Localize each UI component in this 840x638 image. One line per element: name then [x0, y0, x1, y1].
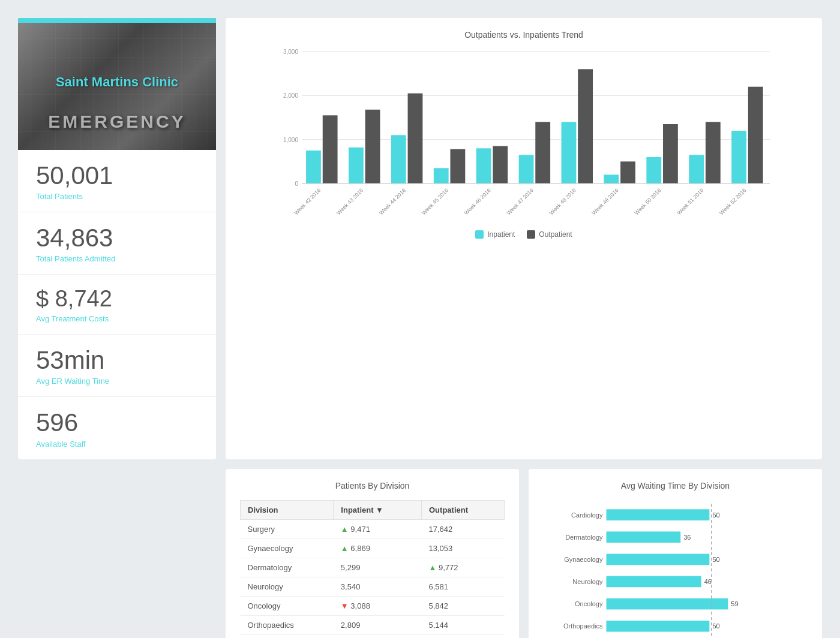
- arrow-down-icon: ▼: [341, 601, 349, 610]
- table-row: Cardiology 2,046 ➜ 3,868: [241, 634, 505, 638]
- svg-text:1,000: 1,000: [283, 137, 298, 143]
- table-header-row: Division Inpatient ▼ Outpatient: [241, 500, 505, 519]
- cell-outpatient: 5,842: [422, 596, 505, 615]
- legend-inpatient: Inpatient: [475, 230, 515, 239]
- er-waiting-label: Avg ER Waiting Time: [36, 377, 198, 386]
- svg-rect-48: [607, 553, 710, 565]
- cell-division: Gynaecology: [241, 538, 334, 558]
- svg-rect-20: [476, 148, 491, 183]
- bottom-row: Patients By Division Division Inpatient …: [226, 469, 822, 638]
- svg-text:Week 50 2016: Week 50 2016: [634, 187, 662, 216]
- table-row: Neurology 3,540 6,581: [241, 577, 505, 596]
- cell-inpatient: 2,046: [334, 634, 422, 638]
- svg-rect-17: [434, 168, 449, 183]
- bar-chart-svg: 01,0002,0003,000Week 42 2016Week 43 2016…: [240, 46, 808, 225]
- er-waiting-block: 53min Avg ER Waiting Time: [18, 335, 216, 397]
- svg-rect-24: [535, 122, 550, 183]
- total-patients-label: Total Patients: [36, 192, 198, 201]
- cell-division: Cardiology: [241, 634, 334, 638]
- svg-rect-18: [450, 149, 465, 183]
- clinic-title: Saint Martins Clinic: [56, 74, 178, 90]
- total-patients-value: 50,001: [36, 162, 198, 189]
- total-patients-block: 50,001 Total Patients: [18, 150, 216, 212]
- cell-outpatient: ➜ 3,868: [422, 634, 505, 638]
- svg-text:Week 46 2016: Week 46 2016: [463, 187, 492, 216]
- svg-rect-36: [706, 122, 721, 183]
- svg-rect-9: [323, 115, 338, 183]
- svg-text:Cardiology: Cardiology: [571, 511, 603, 518]
- available-staff-label: Available Staff: [36, 440, 198, 449]
- legend-outpatient-color: [527, 230, 535, 239]
- svg-text:Week 49 2016: Week 49 2016: [591, 187, 620, 216]
- cell-division: Dermatology: [241, 558, 334, 577]
- svg-rect-38: [731, 131, 746, 183]
- legend-outpatient: Outpatient: [527, 230, 572, 239]
- svg-text:59: 59: [731, 600, 738, 607]
- legend-inpatient-label: Inpatient: [487, 230, 515, 239]
- arrow-up-icon: ▲: [341, 525, 349, 534]
- cell-outpatient: 17,642: [422, 519, 505, 538]
- svg-rect-30: [620, 161, 635, 183]
- table-row: Orthopaedics 2,809 5,144: [241, 615, 505, 634]
- waiting-time-panel: Avg Waiting Time By Division Cardiology5…: [529, 469, 822, 638]
- svg-rect-51: [607, 576, 701, 587]
- er-waiting-value: 53min: [36, 347, 198, 374]
- svg-text:36: 36: [683, 533, 691, 540]
- svg-rect-54: [607, 598, 728, 609]
- svg-text:Week 43 2016: Week 43 2016: [335, 187, 364, 216]
- table-header: Division Inpatient ▼ Outpatient: [241, 500, 505, 519]
- clinic-emergency-text: EMERGENCY: [48, 112, 185, 132]
- th-inpatient[interactable]: Inpatient ▼: [334, 500, 422, 519]
- admitted-block: 34,863 Total Patients Admitted: [18, 212, 216, 275]
- bar-chart-legend: Inpatient Outpatient: [240, 230, 808, 239]
- svg-text:46: 46: [704, 578, 712, 585]
- cell-division: Neurology: [241, 577, 334, 596]
- cell-division: Oncology: [241, 596, 334, 615]
- cell-outpatient: 5,144: [422, 615, 505, 634]
- cell-outpatient: 6,581: [422, 577, 505, 596]
- svg-text:0: 0: [295, 180, 298, 187]
- division-table-panel: Patients By Division Division Inpatient …: [226, 469, 519, 638]
- bar-chart-title: Outpatients vs. Inpatients Trend: [240, 30, 808, 40]
- table-body: Surgery ▲ 9,471 17,642 Gynaecology ▲ 6,8…: [241, 519, 505, 638]
- svg-text:Gynaecology: Gynaecology: [564, 555, 603, 562]
- admitted-label: Total Patients Admitted: [36, 254, 198, 263]
- svg-text:Week 47 2016: Week 47 2016: [506, 187, 535, 216]
- cell-outpatient: 13,053: [422, 538, 505, 558]
- svg-rect-21: [493, 146, 508, 183]
- th-outpatient: Outpatient: [422, 500, 505, 519]
- svg-rect-15: [408, 94, 423, 183]
- table-row: Gynaecology ▲ 6,869 13,053: [241, 538, 505, 558]
- available-staff-block: 596 Available Staff: [18, 397, 216, 459]
- th-division: Division: [241, 500, 334, 519]
- arrow-up-icon: ▲: [429, 563, 437, 572]
- svg-rect-42: [607, 509, 710, 520]
- table-row: Surgery ▲ 9,471 17,642: [241, 519, 505, 538]
- cell-outpatient: ▲ 9,772: [422, 558, 505, 577]
- cell-inpatient: 5,299: [334, 558, 422, 577]
- waiting-chart-svg: Cardiology50Dermatology36Gynaecology50Ne…: [543, 498, 808, 638]
- svg-text:Orthopaedics: Orthopaedics: [563, 622, 603, 630]
- clinic-image: Saint Martins Clinic EMERGENCY: [18, 18, 216, 150]
- svg-text:50: 50: [712, 511, 719, 518]
- clinic-top-bar: [18, 18, 216, 23]
- bar-chart-panel: Outpatients vs. Inpatients Trend 01,0002…: [226, 18, 822, 459]
- svg-text:2,000: 2,000: [283, 92, 298, 99]
- svg-rect-57: [607, 621, 710, 632]
- legend-outpatient-label: Outpatient: [539, 230, 572, 239]
- legend-inpatient-color: [475, 230, 484, 239]
- cell-division: Orthopaedics: [241, 615, 334, 634]
- svg-text:3,000: 3,000: [283, 49, 298, 55]
- svg-rect-39: [748, 87, 763, 183]
- cell-inpatient: 3,540: [334, 577, 422, 596]
- cell-inpatient: 2,809: [334, 615, 422, 634]
- table-row: Oncology ▼ 3,088 5,842: [241, 596, 505, 615]
- left-column: Saint Martins Clinic EMERGENCY 50,001 To…: [18, 18, 216, 459]
- arrow-up-icon: ▲: [341, 544, 349, 553]
- svg-text:50: 50: [712, 555, 719, 562]
- waiting-chart-area: Cardiology50Dermatology36Gynaecology50Ne…: [543, 498, 808, 638]
- division-table: Division Inpatient ▼ Outpatient Surgery …: [240, 500, 505, 638]
- svg-rect-26: [562, 122, 577, 183]
- cell-division: Surgery: [241, 519, 334, 538]
- svg-text:Week 51 2016: Week 51 2016: [676, 187, 704, 216]
